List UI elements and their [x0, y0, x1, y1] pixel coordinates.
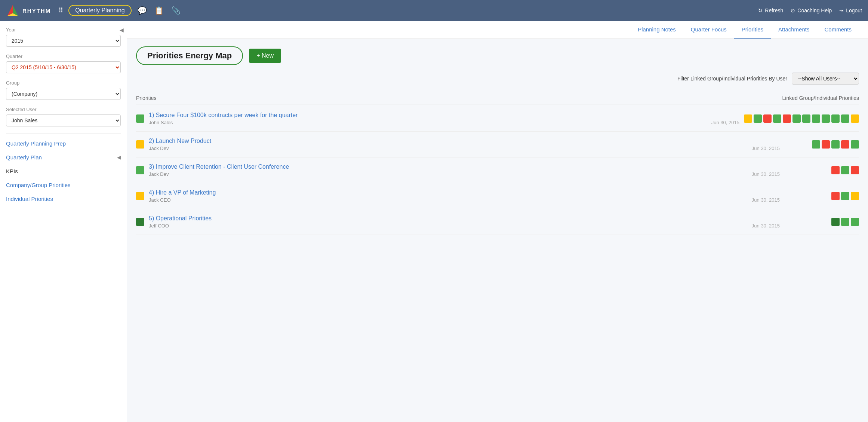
chat-icon[interactable]: 💬 [138, 6, 147, 15]
linked-dot[interactable] [754, 114, 762, 123]
linked-dot[interactable] [851, 192, 859, 200]
sidebar-item-kpis[interactable]: KPIs [6, 164, 121, 178]
linked-dot[interactable] [831, 192, 840, 200]
priority-main-content: 4) Hire a VP of MarketingJack CEOJun 30,… [149, 189, 780, 203]
selected-user-label: Selected User [6, 107, 121, 112]
filter-label: Filter Linked Group/Individual Prioritie… [677, 76, 787, 82]
logout-button[interactable]: ⇥ Logout [839, 7, 862, 13]
linked-dot[interactable] [812, 140, 820, 149]
logo-text: RHYTHM [22, 7, 51, 14]
tab-attachments[interactable]: Attachments [771, 21, 817, 39]
year-section: Year 2015 [6, 27, 121, 47]
tab-comments[interactable]: Comments [817, 21, 859, 39]
priority-title[interactable]: 5) Operational Priorities [149, 215, 780, 222]
sidebar-item-individual-priorities[interactable]: Individual Priorities [6, 192, 121, 206]
sidebar-nav: Quarterly Planning Prep Quarterly Plan ◀… [6, 133, 121, 206]
linked-dot[interactable] [831, 140, 840, 149]
priority-owner: Jack Dev [149, 146, 169, 151]
linked-dot[interactable] [773, 114, 781, 123]
linked-dot[interactable] [822, 140, 830, 149]
priority-date: Jun 30, 2015 [752, 197, 780, 203]
chevron-left-icon: ◀ [117, 155, 121, 160]
priority-linked-indicators [784, 140, 859, 149]
nav-title[interactable]: Quarterly Planning [68, 5, 132, 16]
sidebar-item-quarterly-plan[interactable]: Quarterly Plan [6, 150, 42, 164]
priority-title[interactable]: 4) Hire a VP of Marketing [149, 189, 780, 196]
priority-title[interactable]: 1) Secure Four $100k contracts per week … [149, 112, 739, 119]
linked-dot[interactable] [841, 140, 849, 149]
year-select[interactable]: 2015 [6, 35, 121, 47]
priority-date: Jun 30, 2015 [752, 223, 780, 229]
group-select[interactable]: (Company) [6, 88, 121, 100]
priorities-column-header: Priorities [136, 95, 156, 101]
selected-user-section: Selected User John Sales [6, 107, 121, 126]
grid-icon[interactable]: ⠿ [58, 6, 63, 15]
group-section: Group (Company) [6, 80, 121, 100]
linked-dot[interactable] [841, 192, 849, 200]
linked-dot[interactable] [851, 114, 859, 123]
paperclip-icon[interactable]: 📎 [171, 6, 181, 15]
refresh-button[interactable]: ↻ Refresh [758, 7, 783, 13]
priority-main-content: 5) Operational PrioritiesJeff COOJun 30,… [149, 215, 780, 229]
priority-row-2[interactable]: 2) Launch New ProductJack DevJun 30, 201… [136, 132, 859, 158]
linked-dot[interactable] [812, 114, 820, 123]
refresh-icon: ↻ [758, 7, 763, 13]
coaching-help-button[interactable]: ⊙ Coaching Help [791, 7, 832, 13]
priority-meta: Jack CEOJun 30, 2015 [149, 197, 780, 203]
sidebar-item-quarterly-planning-prep[interactable]: Quarterly Planning Prep [6, 137, 121, 150]
tab-quarter-focus[interactable]: Quarter Focus [683, 21, 734, 39]
tab-priorities[interactable]: Priorities [734, 21, 771, 39]
linked-dot[interactable] [831, 218, 840, 226]
priority-owner: John Sales [149, 120, 173, 125]
selected-user-select[interactable]: John Sales [6, 114, 121, 126]
linked-dot[interactable] [841, 218, 849, 226]
new-button[interactable]: + New [249, 49, 281, 63]
priority-status-indicator [136, 166, 144, 174]
app-header: RHYTHM ⠿ Quarterly Planning 💬 📋 📎 ↻ Refr… [0, 0, 868, 21]
priority-main-content: 2) Launch New ProductJack DevJun 30, 201… [149, 138, 780, 151]
linked-column-header: Linked Group/Individual Priorities [782, 95, 859, 101]
priority-title[interactable]: 3) Improve Client Retention - Client Use… [149, 163, 780, 170]
priority-row-1[interactable]: 1) Secure Four $100k contracts per week … [136, 106, 859, 132]
priority-main-content: 1) Secure Four $100k contracts per week … [149, 112, 739, 125]
linked-dot[interactable] [822, 114, 830, 123]
clipboard-icon[interactable]: 📋 [154, 6, 164, 15]
year-label: Year [6, 27, 121, 33]
linked-dot[interactable] [792, 114, 801, 123]
quarter-select[interactable]: Q2 2015 (5/10/15 - 6/30/15) [6, 61, 121, 73]
logout-icon: ⇥ [839, 7, 844, 13]
linked-dot[interactable] [783, 114, 791, 123]
content-area: Planning Notes Quarter Focus Priorities … [127, 21, 868, 422]
priority-linked-indicators [744, 114, 859, 123]
sidebar-collapse-button[interactable]: ◀ [120, 27, 124, 33]
linked-dot[interactable] [763, 114, 772, 123]
main-content: Priorities Energy Map + New Filter Linke… [127, 39, 868, 242]
priority-date: Jun 30, 2015 [711, 120, 739, 125]
linked-dot[interactable] [802, 114, 810, 123]
linked-dot[interactable] [851, 218, 859, 226]
sidebar-item-quarterly-plan-row: Quarterly Plan ◀ [6, 150, 121, 164]
priority-row-5[interactable]: 5) Operational PrioritiesJeff COOJun 30,… [136, 209, 859, 235]
linked-dot[interactable] [841, 114, 849, 123]
priority-meta: Jack DevJun 30, 2015 [149, 171, 780, 177]
priority-meta: Jeff COOJun 30, 2015 [149, 223, 780, 229]
linked-dot[interactable] [841, 166, 849, 174]
priority-row-4[interactable]: 4) Hire a VP of MarketingJack CEOJun 30,… [136, 183, 859, 209]
quarter-section: Quarter Q2 2015 (5/10/15 - 6/30/15) [6, 53, 121, 73]
priority-meta: Jack DevJun 30, 2015 [149, 146, 780, 151]
priority-status-indicator [136, 192, 144, 200]
priority-status-indicator [136, 140, 144, 149]
filter-user-select[interactable]: --Show All Users-- [792, 73, 859, 85]
priority-linked-indicators [784, 192, 859, 200]
linked-dot[interactable] [851, 166, 859, 174]
tab-planning-notes[interactable]: Planning Notes [630, 21, 683, 39]
linked-dot[interactable] [831, 166, 840, 174]
linked-dot[interactable] [744, 114, 752, 123]
linked-dot[interactable] [851, 140, 859, 149]
priority-row-3[interactable]: 3) Improve Client Retention - Client Use… [136, 158, 859, 183]
priority-status-indicator [136, 218, 144, 226]
linked-dot[interactable] [831, 114, 840, 123]
priority-title[interactable]: 2) Launch New Product [149, 138, 780, 144]
logo-area: RHYTHM [6, 4, 51, 17]
sidebar-item-company-group-priorities[interactable]: Company/Group Priorities [6, 178, 121, 192]
